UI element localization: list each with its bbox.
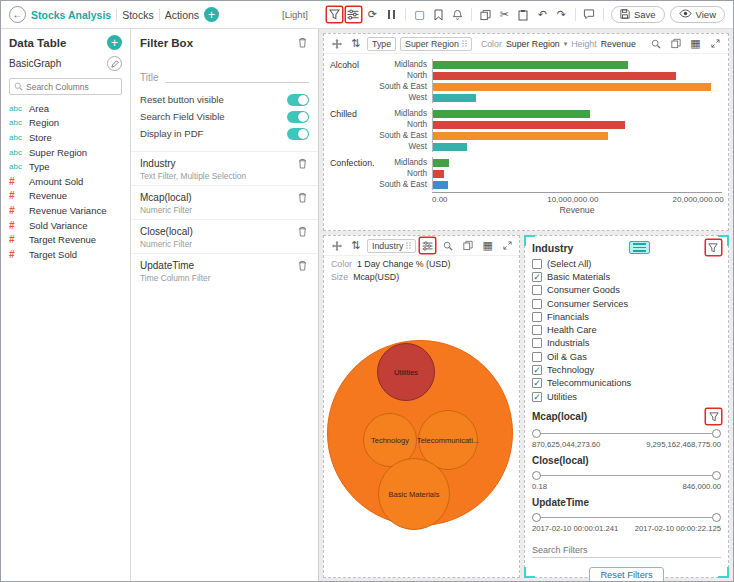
filter-entry[interactable]: UpdateTimeTime Column Filter <box>131 253 318 287</box>
column-item[interactable]: abcType <box>1 159 130 174</box>
bar[interactable] <box>433 132 608 140</box>
trash-icon[interactable] <box>296 191 309 204</box>
checkbox-unchecked[interactable] <box>532 312 542 322</box>
column-item[interactable]: abcStore <box>1 130 130 145</box>
close-range-slider[interactable] <box>532 469 721 481</box>
bar[interactable] <box>433 83 711 91</box>
bar[interactable] <box>433 72 676 80</box>
industry-option[interactable]: Consumer Goods <box>532 284 721 297</box>
paste-icon[interactable] <box>516 7 531 22</box>
edit-pencil-icon[interactable] <box>107 56 122 71</box>
search-icon[interactable] <box>648 36 663 51</box>
sort-icon[interactable]: ⇅ <box>348 36 363 51</box>
bar-row[interactable]: ChilledMidlands <box>330 108 728 119</box>
mcap-range-slider[interactable] <box>532 427 721 439</box>
copy-icon[interactable] <box>460 238 475 253</box>
move-icon[interactable] <box>329 238 344 253</box>
slider-handle[interactable] <box>532 429 541 438</box>
reset-filters-button[interactable]: Reset Filters <box>589 567 663 582</box>
bar[interactable] <box>433 94 476 102</box>
toggle-switch[interactable] <box>287 111 309 123</box>
bar-row[interactable]: North <box>330 168 728 179</box>
theme-selector[interactable]: [Light] <box>282 9 308 20</box>
tab-actions[interactable]: Actions <box>165 9 199 21</box>
checkbox-checked[interactable]: ✓ <box>532 365 542 375</box>
industry-option[interactable]: ✓Technology <box>532 363 721 376</box>
slider-handle[interactable] <box>532 513 541 522</box>
checkbox-checked[interactable]: ✓ <box>532 378 542 388</box>
industry-option[interactable]: (Select All) <box>532 257 721 270</box>
column-item[interactable]: #Sold Variance <box>1 218 130 233</box>
tab-stocks[interactable]: Stocks <box>122 9 154 21</box>
bar[interactable] <box>433 159 449 167</box>
move-icon[interactable] <box>329 36 344 51</box>
trash-icon[interactable] <box>296 36 309 49</box>
bar-row[interactable]: South & East <box>330 179 728 190</box>
slider-handle[interactable] <box>532 471 541 480</box>
column-item[interactable]: abcRegion <box>1 116 130 131</box>
title-field-input[interactable] <box>165 69 309 83</box>
chevron-down-icon[interactable]: ▾ <box>564 40 568 48</box>
trash-icon[interactable] <box>296 225 309 238</box>
checkbox-unchecked[interactable] <box>532 352 542 362</box>
bar-row[interactable]: West <box>330 141 728 152</box>
column-item[interactable]: abcSuper Region <box>1 145 130 160</box>
toggle-switch[interactable] <box>287 128 309 140</box>
filter-entry[interactable]: Close(local)Numeric Filter <box>131 219 318 253</box>
copy-icon[interactable] <box>478 7 493 22</box>
bar[interactable] <box>433 181 448 189</box>
search-filters-input[interactable] <box>532 543 721 558</box>
bar-row[interactable]: North <box>330 70 728 81</box>
trash-icon[interactable] <box>296 259 309 272</box>
search-icon[interactable] <box>440 238 455 253</box>
trash-icon[interactable] <box>296 157 309 170</box>
column-item[interactable]: #Target Revenue <box>1 232 130 247</box>
bar[interactable] <box>433 110 590 118</box>
bar-row[interactable]: AlcoholMidlands <box>330 59 728 70</box>
breakdown-chip-industry[interactable]: Industry <box>367 239 416 253</box>
redo-icon[interactable]: ↷ <box>554 7 569 22</box>
checkbox-unchecked[interactable] <box>532 259 542 269</box>
expand-icon[interactable] <box>500 238 515 253</box>
save-button[interactable]: Save <box>611 6 665 23</box>
bar-row[interactable]: South & East <box>330 81 728 92</box>
industry-option[interactable]: ✓Telecommunications <box>532 377 721 390</box>
checkbox-unchecked[interactable] <box>532 325 542 335</box>
mcap-funnel-icon[interactable] <box>706 409 721 424</box>
slider-handle[interactable] <box>712 429 721 438</box>
column-item[interactable]: #Revenue <box>1 189 130 204</box>
industry-option[interactable]: ✓Utilities <box>532 390 721 403</box>
column-item[interactable]: #Revenue Variance <box>1 203 130 218</box>
add-data-table-button[interactable]: + <box>107 35 122 50</box>
checkbox-unchecked[interactable] <box>532 338 542 348</box>
bar-row[interactable]: North <box>330 119 728 130</box>
industry-option[interactable]: Industrials <box>532 337 721 350</box>
cut-icon[interactable]: ✂ <box>497 7 512 22</box>
bar[interactable] <box>433 143 467 151</box>
toggle-switch[interactable] <box>287 94 309 106</box>
menu-icon[interactable] <box>629 241 650 254</box>
column-item[interactable]: abcArea <box>1 101 130 116</box>
industry-option[interactable]: Oil & Gas <box>532 350 721 363</box>
breakdown-chip-type[interactable]: Type <box>367 37 396 51</box>
breakdown-chip-super-region[interactable]: Super Region <box>400 37 472 51</box>
column-item[interactable]: #Target Sold <box>1 247 130 262</box>
comment-icon[interactable] <box>582 7 597 22</box>
updatetime-range-slider[interactable] <box>532 511 721 523</box>
filter-icon[interactable] <box>327 7 342 22</box>
copy-icon[interactable] <box>668 36 683 51</box>
bubble-basic-materials[interactable]: Basic Materials <box>378 458 450 530</box>
checkbox-unchecked[interactable] <box>532 285 542 295</box>
column-search-box[interactable] <box>9 78 122 95</box>
bubble-utilities[interactable]: Utilities <box>377 343 435 401</box>
refresh-icon[interactable]: ⟳ <box>365 7 380 22</box>
view-button[interactable]: View <box>670 6 725 23</box>
industry-option[interactable]: Financials <box>532 310 721 323</box>
bookmark-icon[interactable] <box>431 7 446 22</box>
tab-stocks-analysis[interactable]: Stocks Analysis <box>31 9 111 21</box>
filter-entry[interactable]: Mcap(local)Numeric Filter <box>131 185 318 219</box>
industry-option[interactable]: Health Care <box>532 323 721 336</box>
slider-handle[interactable] <box>712 471 721 480</box>
table-icon[interactable]: ▦ <box>688 36 703 51</box>
pause-icon[interactable] <box>384 7 399 22</box>
